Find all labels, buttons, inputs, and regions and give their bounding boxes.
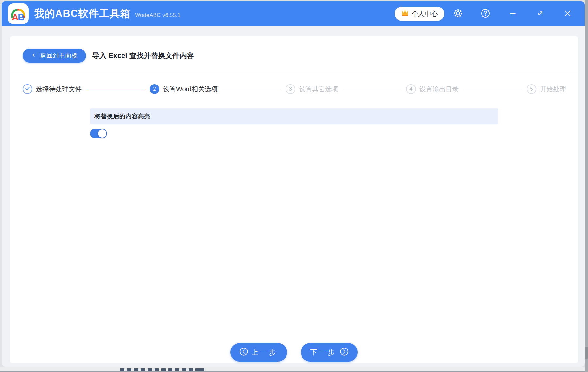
gear-icon	[453, 8, 463, 19]
logo-letter-b: B	[18, 12, 24, 22]
user-center-label: 个人中心	[412, 9, 438, 18]
previous-step-button[interactable]: 上一步	[230, 343, 287, 362]
step-4-label: 设置输出目录	[419, 85, 459, 94]
step-3: 3 设置其它选项	[286, 84, 338, 94]
back-button-label: 返回到主面板	[40, 52, 77, 60]
minimize-icon	[509, 9, 517, 19]
header-divider	[10, 71, 578, 71]
word-options-section: 将替换后的内容高亮	[90, 108, 498, 138]
step-3-circle: 3	[286, 84, 295, 94]
close-icon	[564, 9, 572, 19]
step-2-circle: 2	[150, 84, 159, 94]
background-window-sliver	[0, 367, 588, 372]
check-icon	[25, 86, 30, 93]
toggle-knob	[98, 129, 106, 138]
next-step-button[interactable]: 下一步	[301, 343, 358, 362]
page-title: 导入 Excel 查找并替换文件内容	[92, 51, 194, 61]
scrollbar-thumb[interactable]	[585, 347, 588, 359]
maximize-button[interactable]	[529, 5, 552, 23]
page-scrollbar[interactable]	[585, 0, 588, 372]
previous-step-label: 上一步	[252, 348, 278, 357]
step-connector	[463, 89, 522, 89]
titlebar: A B 我的ABC软件工具箱 WodeABC v6.55.1 个人中心	[2, 1, 585, 26]
background-gray-bar	[0, 371, 588, 372]
app-window: A B 我的ABC软件工具箱 WodeABC v6.55.1 个人中心	[2, 1, 585, 367]
highlight-option-label: 将替换后的内容高亮	[90, 108, 498, 124]
main-card: 返回到主面板 导入 Excel 查找并替换文件内容 选择待处理文件	[10, 36, 578, 363]
close-button[interactable]	[556, 5, 579, 23]
app-version: WodeABC v6.55.1	[135, 12, 181, 19]
wizard-footer: 上一步 下一步	[10, 343, 578, 362]
logo-letter-a: A	[12, 12, 18, 22]
highlight-toggle[interactable]	[90, 129, 107, 138]
help-icon	[481, 8, 490, 19]
help-button[interactable]	[474, 5, 497, 23]
step-4: 4 设置输出目录	[406, 84, 459, 94]
back-chevron-icon	[31, 52, 36, 59]
app-logo-icon: A B	[8, 3, 29, 24]
step-5: 5 开始处理	[527, 84, 566, 94]
maximize-icon	[536, 9, 545, 19]
step-1-label: 选择待处理文件	[36, 85, 82, 94]
crown-icon	[401, 9, 409, 19]
app-title: 我的ABC软件工具箱	[34, 7, 130, 21]
step-indicator: 选择待处理文件 2 设置Word相关选项 3 设置其它选项 4 设置输出目录	[23, 84, 566, 94]
next-step-label: 下一步	[310, 348, 336, 357]
step-connector	[86, 89, 145, 89]
step-2-label: 设置Word相关选项	[163, 85, 218, 94]
step-4-circle: 4	[406, 84, 416, 94]
step-1-circle	[23, 84, 32, 94]
minimize-button[interactable]	[501, 5, 524, 23]
circle-right-arrow-icon	[340, 347, 349, 358]
step-5-label: 开始处理	[540, 85, 566, 94]
card-header: 返回到主面板 导入 Excel 查找并替换文件内容	[23, 49, 565, 63]
back-to-main-button[interactable]: 返回到主面板	[23, 49, 86, 63]
settings-button[interactable]	[447, 5, 469, 23]
step-2: 2 设置Word相关选项	[150, 84, 218, 94]
step-1: 选择待处理文件	[23, 84, 82, 94]
circle-left-arrow-icon	[239, 347, 248, 358]
user-center-button[interactable]: 个人中心	[395, 7, 444, 21]
step-5-circle: 5	[527, 84, 536, 94]
step-3-label: 设置其它选项	[299, 85, 338, 94]
app-body: 返回到主面板 导入 Excel 查找并替换文件内容 选择待处理文件	[2, 26, 585, 367]
step-connector	[343, 89, 401, 89]
step-connector	[222, 89, 281, 89]
